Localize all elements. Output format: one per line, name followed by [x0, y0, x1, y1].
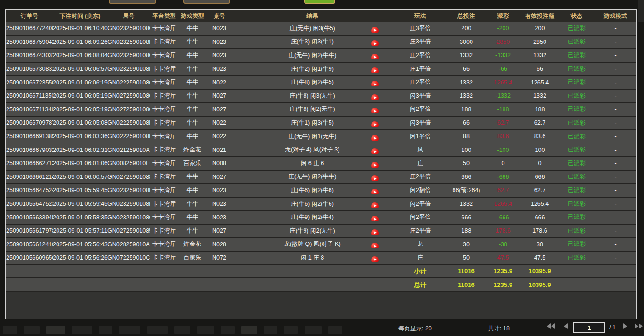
payout-cell: -1332: [485, 92, 521, 99]
status-cell: 已派彩: [558, 119, 595, 127]
replay-play-icon[interactable]: [371, 135, 379, 141]
play-cell: 庄1平倍: [393, 65, 448, 73]
status-cell: 已派彩: [558, 133, 595, 141]
mode-cell: -: [595, 25, 636, 32]
mode-cell: -: [595, 52, 636, 59]
replay-play-icon[interactable]: [371, 148, 379, 154]
total-play: 总计: [393, 281, 448, 289]
play-cell: 闲2平倍: [393, 105, 448, 113]
total-bet-cell: 66: [448, 66, 485, 72]
time-cell: 2025-09-01 06:08:04: [53, 52, 107, 59]
total-bet-cell: 50: [448, 160, 485, 167]
time-cell: 2025-09-01 06:05:19: [53, 106, 107, 113]
platform-cell: 卡卡湾厅: [150, 38, 178, 46]
column-header: 玩法: [393, 12, 448, 20]
game-type-cell: 牛牛: [178, 213, 206, 221]
play-cell: 庄3平倍: [393, 25, 448, 33]
column-header: 派彩: [485, 12, 521, 20]
payout-cell: 1265.4: [485, 79, 521, 86]
game-type-cell: 牛牛: [178, 200, 206, 208]
replay-play-icon[interactable]: [371, 67, 379, 73]
game-type-cell: 牛牛: [178, 119, 206, 127]
result-cell: 龙(对子 4) 凤(对子 3): [232, 146, 393, 154]
replay-play-icon[interactable]: [371, 243, 379, 248]
round-cell: GN021259010AE: [107, 147, 150, 153]
page-number-input[interactable]: [573, 322, 605, 333]
valid-bet-cell: 66: [521, 66, 558, 72]
cutoff-filter-button[interactable]: [109, 0, 156, 4]
next-page-icon[interactable]: [623, 323, 627, 329]
platform-cell: 卡卡湾厅: [150, 133, 178, 141]
replay-play-icon[interactable]: [371, 108, 379, 113]
time-cell: 2025-09-01 05:58:35: [53, 214, 107, 221]
play-cell: 庄2平倍: [393, 78, 448, 86]
game-type-cell: 牛牛: [178, 173, 206, 181]
replay-play-icon[interactable]: [371, 121, 379, 127]
platform-cell: 卡卡湾厅: [150, 78, 178, 86]
platform-cell: 卡卡湾厅: [150, 119, 178, 127]
game-type-cell: 牛牛: [178, 105, 206, 113]
bet-records-table-panel: 订单号下注时间 (美东)局号平台类型游戏类型桌号结果玩法总投注派彩有效投注额状态…: [5, 9, 637, 319]
replay-play-icon[interactable]: [371, 94, 379, 100]
valid-bet-cell: 30: [521, 241, 558, 248]
page-total-label: / 1: [609, 324, 616, 331]
replay-play-icon[interactable]: [371, 175, 379, 181]
first-page-icon[interactable]: [547, 323, 555, 329]
order-cell: 250901066661214: [6, 174, 53, 180]
status-cell: 已派彩: [558, 227, 595, 235]
result-cell: 庄(牛3) 闲3(牛1): [232, 38, 393, 46]
last-page-icon[interactable]: [635, 323, 643, 329]
order-cell: 250901066709787: [6, 119, 53, 126]
cutoff-active-tab-button[interactable]: [304, 0, 335, 4]
result-text: 庄(牛6) 闲2(牛6): [244, 186, 381, 194]
table-no-cell: N008: [206, 160, 232, 167]
replay-play-icon[interactable]: [371, 162, 379, 168]
order-cell: 250901056647524: [6, 187, 53, 193]
order-cell: 250901056609656: [6, 254, 53, 261]
round-cell: GN02725901085: [107, 227, 150, 234]
replay-play-icon[interactable]: [371, 54, 379, 59]
status-cell: 已派彩: [558, 78, 595, 86]
replay-play-icon[interactable]: [371, 189, 379, 194]
platform-cell: 卡卡湾厅: [150, 51, 178, 59]
result-cell: 龙(散牌 Q) 凤(对子 K): [232, 240, 393, 248]
platform-cell: 卡卡湾厅: [150, 200, 178, 208]
result-cell: 庄(无牛) 闲3(牛5): [232, 25, 393, 33]
result-cell: 庄(无牛) 闲1(无牛): [232, 133, 393, 141]
column-header: 平台类型: [150, 12, 178, 20]
game-type-cell: 牛牛: [178, 227, 206, 235]
table-no-cell: N022: [206, 119, 232, 126]
platform-cell: 卡卡湾厅: [150, 173, 178, 181]
replay-play-icon[interactable]: [371, 229, 379, 235]
replay-play-icon[interactable]: [371, 27, 379, 33]
status-cell: 已派彩: [558, 65, 595, 73]
mode-cell: -: [595, 106, 636, 113]
status-cell: 已派彩: [558, 213, 595, 221]
replay-play-icon[interactable]: [371, 40, 379, 46]
prev-page-icon[interactable]: [564, 323, 568, 329]
replay-play-icon[interactable]: [371, 256, 379, 262]
platform-cell: 卡卡湾厅: [150, 65, 178, 73]
replay-play-icon[interactable]: [371, 81, 379, 86]
time-cell: 2025-09-01 06:06:57: [53, 66, 107, 72]
platform-cell: 卡卡湾厅: [150, 25, 178, 33]
table-row: 2509010667430312025-09-01 06:08:04GN0232…: [6, 49, 636, 63]
status-cell: 已派彩: [558, 146, 595, 154]
payout-cell: 1265.4: [485, 201, 521, 207]
round-cell: GN02725901088: [107, 174, 150, 180]
round-cell: GN028259010A4: [107, 241, 150, 248]
column-header: 总投注: [448, 12, 485, 20]
subtotal-total-bet: 11016: [448, 268, 485, 275]
replay-play-icon[interactable]: [371, 216, 379, 221]
replay-play-icon[interactable]: [371, 202, 379, 208]
payout-cell: -200: [485, 25, 521, 32]
payout-cell: 0: [485, 160, 521, 167]
order-cell: 250901066759042: [6, 39, 53, 45]
round-cell: GN072259010CS: [107, 254, 150, 261]
total-bet-cell: 3000: [448, 39, 485, 45]
subtotal-row: 小计110161235.910395.9: [6, 265, 636, 279]
round-cell: GN0272590108C: [107, 106, 150, 113]
mode-cell: -: [595, 241, 636, 248]
cutoff-filter-button[interactable]: [183, 0, 230, 4]
order-cell: 250901066711348: [6, 106, 53, 113]
